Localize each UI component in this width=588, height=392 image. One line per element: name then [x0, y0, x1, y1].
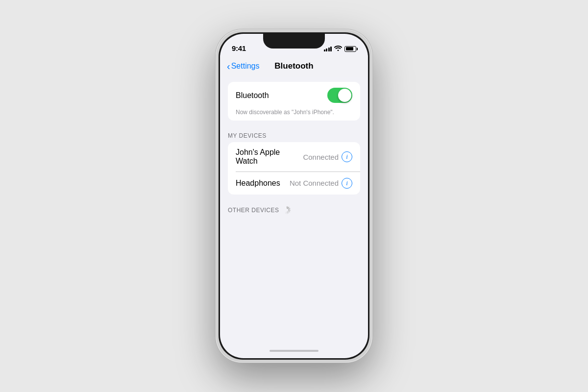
back-button-label[interactable]: Settings [231, 62, 260, 71]
signal-icon [324, 47, 332, 51]
svg-line-4 [288, 211, 290, 212]
svg-line-2 [288, 208, 290, 209]
home-indicator[interactable] [220, 343, 368, 358]
apple-watch-status: Connected i [303, 151, 352, 162]
my-devices-header: MY DEVICES [220, 124, 368, 142]
content-area: Bluetooth Now discoverable as "John's iP… [220, 77, 368, 343]
battery-fill [346, 47, 353, 50]
volume-up-button[interactable] [212, 105, 214, 134]
spinner-icon [283, 206, 291, 214]
status-time: 9:41 [232, 44, 246, 52]
bluetooth-toggle[interactable] [327, 88, 352, 103]
loading-spinner [283, 206, 291, 214]
headphones-row[interactable]: Headphones Not Connected i [228, 172, 360, 195]
discoverable-text: Now discoverable as "John's iPhone". [228, 109, 360, 121]
home-bar [270, 350, 318, 352]
bluetooth-toggle-row: Bluetooth [228, 82, 360, 109]
my-devices-card: John's Apple Watch Connected i Headphone… [228, 142, 360, 195]
my-devices-section: MY DEVICES John's Apple Watch Connected … [220, 124, 368, 195]
bluetooth-card: Bluetooth Now discoverable as "John's iP… [228, 82, 360, 121]
other-devices-header-row: OTHER DEVICES [220, 198, 368, 217]
wifi-icon [334, 45, 342, 52]
notch [263, 34, 325, 49]
chevron-left-icon: ‹ [227, 61, 230, 71]
volume-down-button[interactable] [212, 139, 214, 168]
power-button[interactable] [374, 117, 376, 160]
phone-bezel: 9:41 [219, 32, 369, 360]
toggle-knob [338, 89, 351, 102]
bluetooth-label: Bluetooth [236, 91, 269, 100]
battery-icon [344, 46, 356, 52]
other-devices-section: OTHER DEVICES [220, 198, 368, 217]
other-devices-label: OTHER DEVICES [228, 207, 279, 214]
signal-bar-1 [324, 49, 325, 51]
apple-watch-row[interactable]: John's Apple Watch Connected i [228, 142, 360, 172]
headphones-name: Headphones [236, 179, 280, 188]
status-icons [324, 45, 357, 52]
headphones-status-text: Not Connected [290, 179, 339, 187]
phone-frame: 9:41 [216, 29, 372, 363]
headphones-status: Not Connected i [290, 178, 352, 189]
apple-watch-name: John's Apple Watch [236, 148, 303, 166]
svg-line-7 [285, 212, 286, 213]
apple-watch-info-button[interactable]: i [342, 151, 352, 162]
apple-watch-status-text: Connected [303, 153, 339, 161]
phone-screen: 9:41 [220, 34, 368, 358]
back-button[interactable]: ‹ Settings [227, 61, 259, 71]
page-title: Bluetooth [274, 61, 313, 71]
signal-bar-4 [330, 47, 332, 51]
signal-bar-2 [326, 49, 327, 51]
svg-line-1 [288, 207, 289, 208]
headphones-info-button[interactable]: i [342, 178, 352, 189]
navigation-bar: ‹ Settings Bluetooth [220, 55, 368, 77]
silent-switch[interactable] [212, 83, 214, 99]
svg-line-5 [287, 211, 288, 213]
signal-bar-3 [328, 48, 330, 51]
